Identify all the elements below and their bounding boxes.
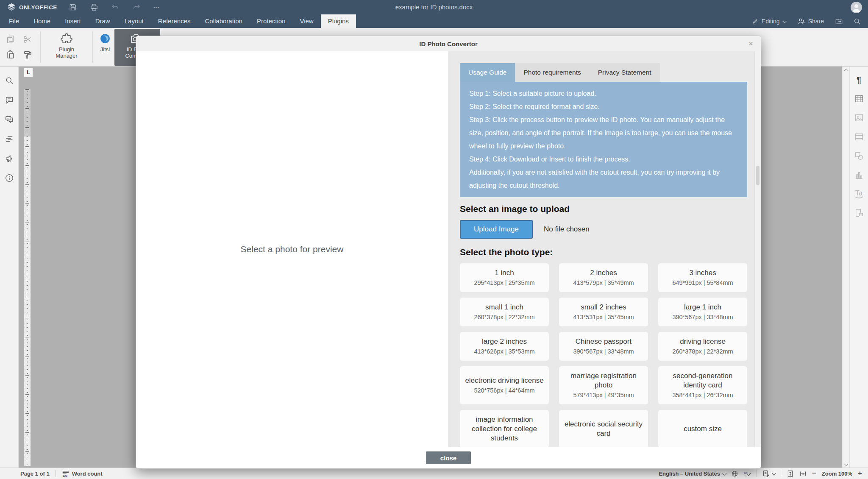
zoom-level[interactable]: Zoom 100% <box>822 471 852 477</box>
track-changes-button[interactable] <box>762 470 775 477</box>
fit-width-icon[interactable] <box>799 470 807 477</box>
vertical-ruler[interactable] <box>24 89 31 466</box>
menu-spacer <box>356 14 746 28</box>
navigation-icon[interactable] <box>5 134 14 144</box>
plugin-manager-button[interactable]: Plugin Manager <box>44 29 89 66</box>
save-icon[interactable] <box>69 3 77 11</box>
dialog-body: Select a photo for preview Usage Guide P… <box>136 51 761 447</box>
photo-type-grid: 1 inch 295*413px | 25*35mm 2 inches 413*… <box>460 263 747 447</box>
feedback-icon[interactable] <box>5 154 14 163</box>
photo-type-card[interactable]: Chinese passport 390*567px | 33*48mm <box>559 332 648 361</box>
dialog-tab[interactable]: Usage Guide <box>460 63 515 82</box>
photo-type-name: marriage registration photo <box>562 371 645 390</box>
menu-tab[interactable]: View <box>292 14 320 28</box>
status-separator <box>56 470 56 477</box>
photo-type-card[interactable]: large 1 inch 390*567px | 33*48mm <box>658 298 747 326</box>
photo-type-card[interactable]: image information collection for college… <box>460 410 549 447</box>
search-icon[interactable] <box>848 14 868 28</box>
editing-mode-button[interactable]: Editing <box>746 14 792 28</box>
language-selector[interactable]: English – United States <box>659 471 725 477</box>
menu-tab[interactable]: Draw <box>88 14 117 28</box>
menu-tab[interactable]: Insert <box>58 14 88 28</box>
dialog-footer: close <box>136 447 761 468</box>
photo-type-card[interactable]: small 1 inch 260*378px | 22*32mm <box>460 298 549 326</box>
paragraph-settings-icon[interactable]: ¶ <box>857 75 861 84</box>
panel-scrollbar[interactable] <box>754 51 761 447</box>
mailmerge-icon[interactable] <box>854 208 864 217</box>
textart-settings-icon[interactable]: Ta <box>854 189 863 198</box>
toolbar-separator <box>92 31 93 63</box>
about-icon[interactable] <box>5 173 14 183</box>
menu-tab[interactable]: Plugins <box>321 14 356 28</box>
photo-type-card[interactable]: electronic social security card <box>559 410 648 447</box>
dialog-tab[interactable]: Photo requirements <box>515 63 589 82</box>
menu-tab[interactable]: Protection <box>250 14 293 28</box>
paste-icon[interactable] <box>6 50 15 59</box>
shape-settings-icon[interactable] <box>854 151 864 161</box>
word-count-button[interactable]: 123 Word count <box>62 470 103 477</box>
user-avatar[interactable] <box>851 2 862 13</box>
photo-type-card[interactable]: driving license 260*378px | 22*32mm <box>658 332 747 361</box>
page-indicator[interactable]: Page 1 of 1 <box>20 471 50 477</box>
chevron-down-icon <box>782 19 787 23</box>
upload-image-button[interactable]: Upload Image <box>460 220 533 239</box>
format-painter-icon[interactable] <box>23 50 32 59</box>
chart-settings-icon[interactable] <box>854 170 864 180</box>
dialog-tab[interactable]: Privacy Statement <box>590 63 660 82</box>
photo-type-dimensions: 649*991px | 55*84mm <box>672 278 733 287</box>
menu-tab[interactable]: Home <box>26 14 58 28</box>
fit-page-icon[interactable] <box>787 470 794 477</box>
usage-step: Step 3: Click the process button to prev… <box>469 113 738 153</box>
photo-type-card[interactable]: 2 inches 413*579px | 35*49mm <box>559 263 648 292</box>
customize-toolbar-icon[interactable]: ••• <box>153 5 160 10</box>
photo-type-card[interactable]: 3 inches 649*991px | 55*84mm <box>658 263 747 292</box>
photo-type-card[interactable]: marriage registration photo 579*413px | … <box>559 366 648 404</box>
photo-type-name: small 2 inches <box>581 303 626 312</box>
document-scrollbar[interactable] <box>842 67 849 468</box>
find-icon[interactable] <box>5 76 14 85</box>
photo-type-card[interactable]: electronic driving license 520*756px | 4… <box>460 366 549 404</box>
jitsi-button[interactable]: Jitsi <box>96 29 114 66</box>
dialog-close-icon[interactable]: × <box>746 36 756 51</box>
scroll-down-icon[interactable] <box>843 461 849 467</box>
panel-scrollbar-thumb[interactable] <box>756 166 760 185</box>
comments-icon[interactable] <box>5 95 14 105</box>
photo-type-card[interactable]: large 2 inches 413*626px | 35*53mm <box>460 332 549 361</box>
id-photo-convertor-dialog: ID Photo Convertor × Select a photo for … <box>136 36 761 469</box>
photo-type-name: Chinese passport <box>576 337 632 346</box>
menu-tab[interactable]: Layout <box>117 14 151 28</box>
pencil-icon <box>752 18 759 25</box>
zoom-out-button[interactable]: − <box>812 470 816 477</box>
upload-section-heading: Select an image to upload <box>460 204 746 214</box>
dialog-header[interactable]: ID Photo Convertor × <box>136 36 761 52</box>
spell-check-icon[interactable]: ab <box>744 470 751 477</box>
photo-type-card[interactable]: custom size <box>658 410 747 447</box>
cut-icon[interactable] <box>23 35 32 44</box>
photo-type-card[interactable]: small 2 inches 413*531px | 35*45mm <box>559 298 648 326</box>
close-button[interactable]: close <box>426 451 471 464</box>
menu-tab[interactable]: References <box>151 14 198 28</box>
zoom-in-button[interactable]: + <box>858 470 862 477</box>
open-file-location-icon[interactable] <box>830 14 848 28</box>
photo-type-dimensions: 413*531px | 35*45mm <box>573 313 634 321</box>
status-right: English – United States ab − Zoom 1 <box>659 470 868 477</box>
menu-tab[interactable]: Collaboration <box>198 14 249 28</box>
undo-icon[interactable] <box>111 3 120 11</box>
table-settings-icon[interactable] <box>854 94 864 103</box>
share-button[interactable]: Share <box>792 14 830 28</box>
photo-type-name: custom size <box>684 424 722 434</box>
menu-tab[interactable]: File <box>2 14 26 28</box>
photo-type-card[interactable]: 1 inch 295*413px | 25*35mm <box>460 263 549 292</box>
set-document-language-icon[interactable] <box>731 470 738 477</box>
copy-icon[interactable] <box>6 35 15 44</box>
image-settings-icon[interactable] <box>854 113 864 123</box>
photo-type-dimensions: 413*579px | 35*49mm <box>573 278 634 287</box>
headerfooter-settings-icon[interactable] <box>854 132 864 142</box>
photo-type-card[interactable]: second-generation identity card 358*441p… <box>658 366 747 404</box>
ruler-tab-selector[interactable]: L <box>24 68 33 77</box>
chevron-down-icon <box>722 471 726 475</box>
redo-icon[interactable] <box>132 3 141 11</box>
print-icon[interactable] <box>90 3 98 11</box>
scroll-up-icon[interactable] <box>843 67 849 73</box>
chat-icon[interactable] <box>5 115 14 124</box>
